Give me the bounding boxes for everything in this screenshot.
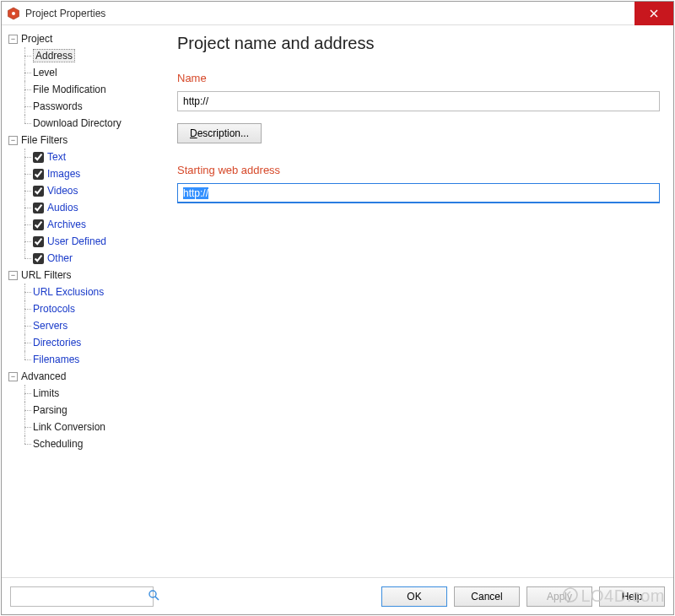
tree-item-download-directory[interactable]: Download Directory [33, 117, 122, 129]
tree-item-archives[interactable]: Archives [47, 219, 86, 230]
checkbox-audios[interactable] [33, 203, 44, 213]
tree-item-passwords[interactable]: Passwords [33, 100, 83, 112]
help-button[interactable]: Help [599, 586, 665, 607]
checkbox-images[interactable] [33, 169, 44, 180]
checkbox-videos[interactable] [33, 186, 44, 197]
tree-item-text[interactable]: Text [47, 151, 66, 163]
name-label: Name [177, 72, 660, 84]
tree-item-scheduling[interactable]: Scheduling [33, 438, 83, 450]
window-title: Project Properties [25, 8, 634, 19]
tree-item-limits[interactable]: Limits [33, 387, 59, 399]
tree-node-url-filters[interactable]: URL Filters [21, 269, 72, 281]
search-box[interactable] [10, 586, 154, 607]
tree-item-servers[interactable]: Servers [33, 320, 68, 332]
ok-button[interactable]: OK [381, 586, 447, 607]
tree-node-file-filters[interactable]: File Filters [21, 134, 68, 146]
tree-item-file-modification[interactable]: File Modification [33, 84, 106, 95]
tree-item-protocols[interactable]: Protocols [33, 303, 75, 315]
description-button[interactable]: Description... [177, 123, 262, 143]
checkbox-user-defined[interactable] [33, 236, 44, 247]
tree-item-videos[interactable]: Videos [47, 185, 78, 197]
titlebar: Project Properties [2, 2, 673, 25]
tree-item-other[interactable]: Other [47, 252, 73, 264]
search-input[interactable] [11, 589, 148, 604]
tree-toggle-advanced[interactable]: − [8, 372, 18, 381]
tree-item-level[interactable]: Level [33, 67, 57, 78]
tree-item-directories[interactable]: Directories [33, 337, 81, 349]
starting-address-input[interactable]: http:// [177, 183, 660, 203]
starting-address-label: Starting web address [177, 164, 660, 176]
tree-item-images[interactable]: Images [47, 168, 80, 180]
app-icon [7, 7, 20, 20]
dialog-footer: OK Cancel Apply Help [2, 577, 673, 614]
page-title: Project name and address [177, 34, 660, 53]
search-icon[interactable] [148, 589, 160, 604]
tree-toggle-file-filters[interactable]: − [8, 136, 18, 145]
name-input[interactable] [177, 91, 660, 111]
checkbox-text[interactable] [33, 152, 44, 163]
tree-toggle-url-filters[interactable]: − [8, 271, 18, 280]
main-panel: Project name and address Name Descriptio… [167, 25, 673, 577]
apply-button[interactable]: Apply [526, 586, 592, 607]
cancel-button[interactable]: Cancel [454, 586, 520, 607]
tree-toggle-project[interactable]: − [8, 35, 18, 44]
tree-item-user-defined[interactable]: User Defined [47, 235, 106, 247]
dialog-window: Project Properties − Project Address Lev… [1, 1, 674, 615]
checkbox-archives[interactable] [33, 219, 44, 230]
tree-item-link-conversion[interactable]: Link Conversion [33, 421, 105, 433]
close-icon [650, 9, 658, 18]
tree-item-audios[interactable]: Audios [47, 202, 78, 213]
tree-item-parsing[interactable]: Parsing [33, 404, 68, 416]
close-button[interactable] [634, 2, 673, 25]
tree-node-advanced[interactable]: Advanced [21, 370, 66, 382]
svg-line-5 [155, 597, 159, 600]
tree-node-project[interactable]: Project [21, 33, 52, 45]
nav-tree: − Project Address Level File Modificatio… [2, 25, 167, 577]
svg-point-1 [12, 12, 15, 15]
tree-item-address[interactable]: Address [33, 49, 75, 62]
tree-item-filenames[interactable]: Filenames [33, 354, 79, 365]
tree-item-url-exclusions[interactable]: URL Exclusions [33, 286, 104, 298]
checkbox-other[interactable] [33, 253, 44, 264]
svg-point-4 [149, 591, 156, 597]
